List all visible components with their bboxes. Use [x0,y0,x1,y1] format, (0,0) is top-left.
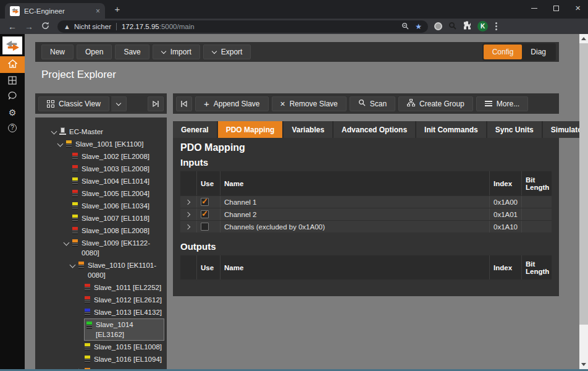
address-bar[interactable]: ▲ Nicht sicher 172.17.5.95 :5000/main ★ [57,20,428,33]
more-button[interactable]: More... [476,96,528,111]
inputs-table-header: Use Name Index Bit Length [180,171,552,195]
extension-circle-icon[interactable] [434,22,442,30]
slave-icon [72,153,78,160]
ec-engineer-favicon [10,6,20,16]
remove-slave-button[interactable]: × Remove Slave [272,96,346,111]
create-group-button[interactable]: Create Group [398,96,473,111]
diag-mode-button[interactable]: Diag [522,45,555,59]
url-divider [116,23,117,30]
scrollbar-thumb[interactable] [579,43,588,325]
row-expand-icon[interactable] [186,200,191,205]
tab-init-commands[interactable]: Init Commands [416,121,486,138]
slave-icon [85,284,90,291]
scroll-up-arrow[interactable] [579,34,588,43]
tree-item-slave-1015[interactable]: Slave_1015 [EL1008] [35,341,167,353]
slave-icon [85,343,90,351]
sidebar-item-help[interactable]: ? [0,119,25,136]
new-button[interactable]: New [41,45,74,59]
append-slave-button[interactable]: + Append Slave [195,96,269,111]
tree-item-slave-1004[interactable]: Slave_1004 [EL1014] [35,175,167,187]
tree-item-slave-1001[interactable]: Slave_1001 [EK1100] [35,138,167,150]
sidebar-item-feedback[interactable] [0,88,25,105]
tab-sync-units[interactable]: Sync Units [487,121,542,138]
page-scrollbar[interactable] [579,34,588,369]
tree-item-slave-1010[interactable]: Slave_1010 [EK1101-0080] [35,259,167,281]
tab-general[interactable]: General [173,121,217,138]
tab-close-icon[interactable]: × [96,7,100,15]
sidebar-item-settings[interactable]: ⚙ [0,104,25,121]
scroll-down-arrow[interactable] [579,360,588,369]
pdo-index: 0x1A01 [489,208,521,220]
sidebar-item-home[interactable] [0,56,25,73]
app-page: ⚙ ? New Open Save Import Export Config D… [0,34,588,371]
tree-item-slave-1008[interactable]: Slave_1008 [EL2008] [35,224,167,237]
tree-item-slave-1014-selected[interactable]: Slave_1014 [EL3162] [35,318,167,341]
window-maximize-icon[interactable] [553,6,559,11]
selected-row-highlight: Slave_1014 [EL3162] [84,318,164,341]
new-tab-button[interactable]: + [112,4,122,14]
browser-profile-avatar[interactable]: K [477,21,488,32]
tree-item-slave-1016[interactable]: Slave_1016 [EL1094] [35,353,167,365]
open-button[interactable]: Open [77,45,112,59]
browser-menu-icon[interactable] [495,22,497,30]
tab-pdo-mapping[interactable]: PDO Mapping [218,121,283,138]
search-icon [358,99,366,108]
classic-view-button[interactable]: Classic View [38,96,109,111]
tab-advanced-options[interactable]: Advanced Options [334,121,415,138]
tree-item-ec-master[interactable]: EC-Master [35,126,167,138]
chevron-expanded-icon[interactable] [50,128,59,137]
tree-item-slave-1011[interactable]: Slave_1011 [EL2252] [35,281,167,294]
window-close-icon[interactable]: × [575,4,581,12]
use-checkbox[interactable] [201,198,209,206]
slave-icon [78,262,84,269]
collapse-to-left-button[interactable] [176,96,192,111]
view-dropdown-button[interactable] [111,96,127,111]
reload-icon[interactable] [41,22,49,31]
use-checkbox[interactable] [201,210,209,218]
row-expand-icon[interactable] [186,224,191,229]
tree-item-slave-1007[interactable]: Slave_1007 [EL1018] [35,212,167,224]
chevron-expanded-icon[interactable] [69,262,78,270]
table-row[interactable]: Channel 1 0x1A00 [180,195,552,208]
outputs-title: Outputs [180,241,552,252]
back-icon[interactable]: ← [8,22,17,31]
tree-item-slave-1002[interactable]: Slave_1002 [EL2008] [35,150,167,163]
chevron-expanded-icon[interactable] [56,140,65,149]
extensions-puzzle-icon[interactable] [463,21,471,32]
tree-item-slave-1012[interactable]: Slave_1012 [EL2612] [35,294,167,306]
table-row[interactable]: Channel 2 0x1A01 [180,208,552,220]
sidebar-item-grid-view[interactable] [0,73,25,90]
tree-item-slave-1003[interactable]: Slave_1003 [EL2008] [35,163,167,175]
import-button[interactable]: Import [153,45,200,59]
view-selector-toolbar: Classic View [35,93,167,114]
collapse-tree-panel-button[interactable] [148,96,164,111]
tab-variables[interactable]: Variables [284,121,332,138]
not-secure-warning-icon[interactable]: ▲ [64,23,70,30]
table-row[interactable]: Channels (excluded by 0x1A00) 0x1A10 [180,220,552,232]
zoom-page-icon[interactable] [401,22,409,31]
save-button[interactable]: Save [115,45,149,59]
scan-button[interactable]: Scan [350,96,395,111]
inputs-table: Use Name Index Bit Length Channel 1 0x1A… [180,171,552,232]
use-checkbox[interactable] [201,223,209,231]
tree-item-slave-1009[interactable]: Slave_1009 [EK1122-0080] [35,237,167,259]
forward-icon[interactable]: → [25,22,33,31]
config-mode-button[interactable]: Config [484,45,523,59]
tree-item-slave-1006[interactable]: Slave_1006 [EL1034] [35,200,167,212]
search-extension-icon[interactable] [448,21,456,32]
tree-item-slave-1013[interactable]: Slave_1013 [EL4132] [35,306,167,318]
use-column-header: Use [196,171,220,195]
name-column-header: Name [220,171,489,195]
row-expand-icon[interactable] [186,212,191,217]
window-minimize-icon[interactable] [531,8,537,9]
export-button[interactable]: Export [203,45,251,59]
browser-tab[interactable]: EC-Engineer × [5,3,105,19]
pdo-index: 0x1A00 [489,196,521,208]
bookmark-star-icon[interactable]: ★ [415,22,422,31]
pdo-bit-length [521,221,552,232]
pdo-name: Channel 2 [220,208,489,220]
security-label: Nicht sicher [74,23,111,30]
chevron-expanded-icon[interactable] [62,239,72,248]
slave-icon [72,227,78,234]
tree-item-slave-1005[interactable]: Slave_1005 [EL2004] [35,187,167,200]
